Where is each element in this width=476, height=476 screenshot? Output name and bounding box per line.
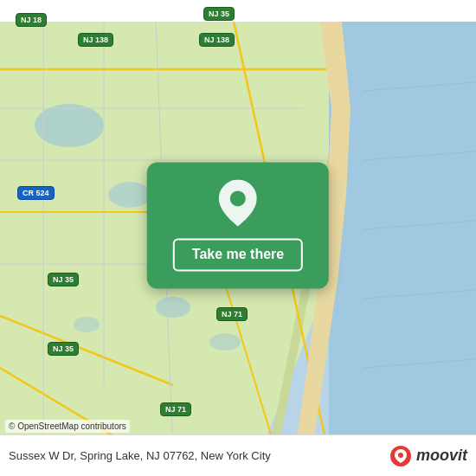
- svg-point-5: [156, 297, 190, 318]
- bottom-bar: Sussex W Dr, Spring Lake, NJ 07762, New …: [0, 434, 476, 476]
- svg-point-27: [230, 190, 246, 206]
- take-me-there-button[interactable]: Take me there: [173, 238, 303, 271]
- svg-point-3: [35, 104, 104, 147]
- svg-point-6: [209, 333, 241, 351]
- highway-badge-nj71-bot: NJ 71: [160, 402, 191, 416]
- moovit-logo-icon: [389, 444, 413, 468]
- highway-badge-cr524: CR 524: [17, 186, 55, 200]
- svg-point-29: [398, 453, 403, 458]
- moovit-logo-text: moovit: [416, 447, 467, 465]
- highway-badge-nj138-right: NJ 138: [199, 33, 235, 47]
- highway-badge-nj18: NJ 18: [16, 13, 47, 27]
- highway-badge-nj35-mid: NJ 35: [48, 273, 79, 286]
- moovit-logo: moovit: [389, 444, 467, 468]
- popup-card: Take me there: [147, 162, 329, 288]
- svg-point-4: [108, 182, 151, 208]
- svg-point-7: [74, 317, 100, 332]
- map-container: NJ 18 NJ 35 NJ 138 NJ 138 CR 524 NJ 35 N…: [0, 0, 476, 476]
- svg-rect-20: [329, 22, 476, 454]
- address-text: Sussex W Dr, Spring Lake, NJ 07762, New …: [9, 449, 389, 462]
- highway-badge-nj35-bot: NJ 35: [48, 342, 79, 356]
- highway-badge-nj138-left: NJ 138: [78, 33, 113, 47]
- highway-badge-nj35-top: NJ 35: [203, 7, 235, 21]
- app: NJ 18 NJ 35 NJ 138 NJ 138 CR 524 NJ 35 N…: [0, 0, 476, 476]
- highway-badge-nj71-mid: NJ 71: [216, 307, 248, 321]
- osm-attribution: © OpenStreetMap contributors: [5, 420, 130, 433]
- location-pin-icon: [219, 179, 257, 229]
